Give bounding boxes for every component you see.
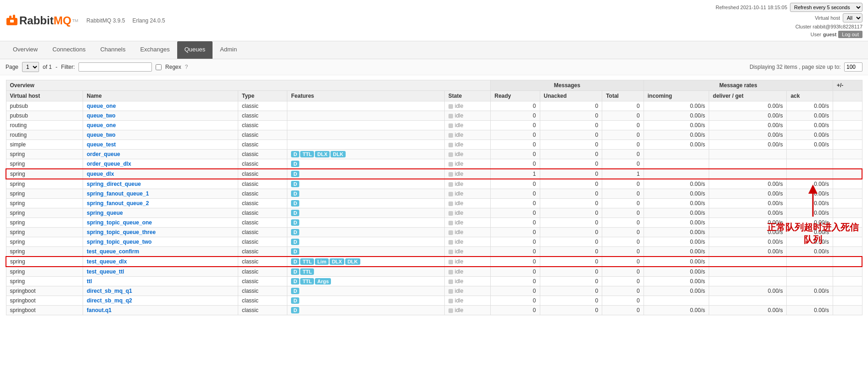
cell-name[interactable]: spring_topic_queue_three (83, 228, 238, 237)
cell-features: D (287, 286, 445, 296)
cell-deliver-get: 0.00/s (709, 286, 787, 296)
cell-type: classic (238, 140, 287, 150)
table-row[interactable]: springorder_queueclassicDTTLDLXDLKidle00… (6, 150, 862, 159)
cell-deliver-get: 0.00/s (709, 237, 787, 247)
table-row[interactable]: springtest_queue_dlxclassicDTTLLimDLXDLK… (6, 257, 862, 267)
cell-name[interactable]: spring_topic_queue_one (83, 218, 238, 228)
cell-ready: 0 (491, 218, 540, 228)
table-row[interactable]: springspring_topic_queue_twoclassicDidle… (6, 237, 862, 247)
refresh-row: Refreshed 2021-10-11 18:15:05 Refresh ev… (716, 3, 862, 12)
cell-total: 0 (602, 237, 644, 247)
plus-minus-btn-header[interactable]: +/- (833, 80, 862, 91)
cell-name[interactable]: spring_fanout_queue_1 (83, 189, 238, 199)
regex-checkbox[interactable] (156, 64, 162, 70)
table-row[interactable]: simplequeue_testclassicidle0000.00/s0.00… (6, 140, 862, 150)
nav-connections[interactable]: Connections (45, 41, 93, 59)
cell-name[interactable]: fanout.q1 (83, 306, 238, 315)
page-select[interactable]: 1 (22, 62, 39, 72)
table-row[interactable]: springspring_direct_queueclassicDidle000… (6, 179, 862, 189)
cell-unacked: 0 (540, 189, 602, 199)
logout-button[interactable]: Log out (838, 31, 862, 38)
cell-vhost: spring (6, 159, 83, 169)
cell-name[interactable]: queue_one (83, 121, 238, 130)
table-row[interactable]: springbootdirect_sb_mq_q1classicDidle000… (6, 286, 862, 296)
cell-vhost: spring (6, 208, 83, 218)
cell-total: 0 (602, 267, 644, 277)
cell-type: classic (238, 130, 287, 140)
cell-ack (787, 296, 833, 306)
cell-state: idle (444, 218, 491, 228)
cell-features: D (287, 199, 445, 208)
cell-name[interactable]: order_queue (83, 150, 238, 159)
cell-name[interactable]: queue_dlx (83, 169, 238, 179)
filter-label: Filter: (61, 64, 75, 70)
cell-features: D (287, 247, 445, 257)
cell-features (287, 101, 445, 111)
nav-overview[interactable]: Overview (6, 41, 45, 59)
cell-unacked: 0 (540, 179, 602, 189)
table-row[interactable]: springspring_fanout_queue_1classicDidle0… (6, 189, 862, 199)
cell-deliver-get: 0.00/s (709, 247, 787, 257)
cell-name[interactable]: spring_queue (83, 208, 238, 218)
of-label: of 1 (43, 64, 52, 70)
table-row[interactable]: pubsubqueue_oneclassicidle0000.00/s0.00/… (6, 101, 862, 111)
cell-state: idle (444, 208, 491, 218)
cell-name[interactable]: order_queue_dlx (83, 159, 238, 169)
cell-deliver-get: 0.00/s (709, 218, 787, 228)
cell-name[interactable]: test_queue_confirm (83, 247, 238, 257)
cell-ready: 0 (491, 111, 540, 121)
table-row[interactable]: springspring_topic_queue_oneclassicDidle… (6, 218, 862, 228)
table-row[interactable]: springtest_queue_confirmclassicDidle0000… (6, 247, 862, 257)
cell-extra (833, 121, 862, 130)
table-row[interactable]: springspring_queueclassicDidle0000.00/s0… (6, 208, 862, 218)
table-row[interactable]: springqueue_dlxclassicDidle101 (6, 169, 862, 179)
cell-deliver-get: 0.00/s (709, 111, 787, 121)
cell-name[interactable]: queue_test (83, 140, 238, 150)
cell-ready: 0 (491, 267, 540, 277)
cell-ready: 0 (491, 179, 540, 189)
filter-input[interactable] (78, 62, 152, 72)
cell-name[interactable]: ttl (83, 277, 238, 286)
cell-type: classic (238, 306, 287, 315)
table-row[interactable]: springspring_topic_queue_threeclassicDid… (6, 228, 862, 237)
cell-name[interactable]: queue_two (83, 111, 238, 121)
cell-name[interactable]: direct_sb_mq_q1 (83, 286, 238, 296)
cell-ready: 0 (491, 277, 540, 286)
cell-state: idle (444, 228, 491, 237)
cell-name[interactable]: spring_direct_queue (83, 179, 238, 189)
table-row[interactable]: springtest_queue_ttlclassicDTTLidle0000.… (6, 267, 862, 277)
cell-features: D (287, 218, 445, 228)
nav-channels[interactable]: Channels (93, 41, 133, 59)
cell-name[interactable]: direct_sb_mq_q2 (83, 296, 238, 306)
nav-admin[interactable]: Admin (213, 41, 244, 59)
cell-name[interactable]: spring_topic_queue_two (83, 237, 238, 247)
cell-state: idle (444, 121, 491, 130)
table-row[interactable]: routingqueue_twoclassicidle0000.00/s0.00… (6, 130, 862, 140)
nav-queues[interactable]: Queues (177, 41, 213, 59)
cell-total: 0 (602, 140, 644, 150)
table-row[interactable]: springorder_queue_dlxclassicDidle000 (6, 159, 862, 169)
table-row[interactable]: springbootfanout.q1classicDidle0000.00/s… (6, 306, 862, 315)
refresh-select[interactable]: Refresh every 5 seconds Refresh every 10… (790, 3, 862, 12)
cell-incoming: 0.00/s (644, 189, 709, 199)
cell-unacked: 0 (540, 277, 602, 286)
page-size-input[interactable] (844, 62, 862, 72)
cell-name[interactable]: spring_fanout_queue_2 (83, 199, 238, 208)
regex-help-icon[interactable]: ? (185, 64, 188, 70)
cell-ack: 0.00/s (787, 111, 833, 121)
nav-exchanges[interactable]: Exchanges (133, 41, 177, 59)
user-value: guest (823, 32, 836, 37)
table-row[interactable]: springspring_fanout_queue_2classicDidle0… (6, 199, 862, 208)
table-row[interactable]: routingqueue_oneclassicidle0000.00/s0.00… (6, 121, 862, 130)
cell-ack: 0.00/s (787, 140, 833, 150)
table-row[interactable]: springbootdirect_sb_mq_q2classicDidle000 (6, 296, 862, 306)
cell-type: classic (238, 150, 287, 159)
cell-name[interactable]: queue_one (83, 101, 238, 111)
table-row[interactable]: pubsubqueue_twoclassicidle0000.00/s0.00/… (6, 111, 862, 121)
cell-name[interactable]: queue_two (83, 130, 238, 140)
cell-name[interactable]: test_queue_ttl (83, 267, 238, 277)
table-row[interactable]: springttlclassicDTTLArgsidle0000.00/s (6, 277, 862, 286)
vhost-select[interactable]: All (843, 13, 862, 22)
cell-ack: 0.00/s (787, 189, 833, 199)
cell-name[interactable]: test_queue_dlx (83, 257, 238, 267)
